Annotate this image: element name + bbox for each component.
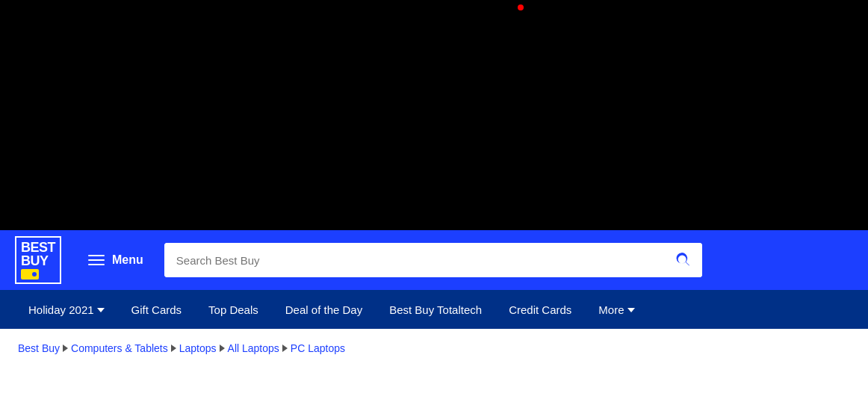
search-input[interactable] <box>164 243 665 277</box>
nav-label-credit-cards: Credit Cards <box>509 303 571 316</box>
breadcrumb-laptops[interactable]: Laptops <box>179 342 217 354</box>
nav-item-more[interactable]: More <box>585 290 648 329</box>
nav-label-more: More <box>598 303 624 316</box>
chevron-down-icon <box>97 308 105 312</box>
breadcrumb-pc-laptops[interactable]: PC Laptops <box>291 342 345 354</box>
nav-item-deal-of-the-day[interactable]: Deal of the Day <box>272 290 376 329</box>
search-bar <box>164 243 702 277</box>
site-header: BEST BUY Menu <box>0 230 868 290</box>
nav-label-deal-of-the-day: Deal of the Day <box>285 303 362 316</box>
nav-label-top-deals: Top Deals <box>208 303 258 316</box>
nav-label-gift-cards: Gift Cards <box>131 303 182 316</box>
breadcrumb-label-all-laptops: All Laptops <box>228 342 279 354</box>
breadcrumb-label-laptops: Laptops <box>179 342 217 354</box>
menu-label: Menu <box>112 253 143 267</box>
best-buy-logo[interactable]: BEST BUY <box>15 236 61 284</box>
nav-item-gift-cards[interactable]: Gift Cards <box>118 290 196 329</box>
menu-button[interactable]: Menu <box>79 247 152 273</box>
nav-item-holiday-2021[interactable]: Holiday 2021 <box>15 290 118 329</box>
nav-item-top-deals[interactable]: Top Deals <box>195 290 272 329</box>
breadcrumb-label-computers-tablets: Computers & Tablets <box>71 342 168 354</box>
breadcrumb-computers-tablets[interactable]: Computers & Tablets <box>71 342 168 354</box>
logo-text-buy: BUY <box>21 254 49 268</box>
logo-tag <box>21 269 39 280</box>
breadcrumb: Best Buy Computers & Tablets Laptops All… <box>0 329 868 368</box>
nav-item-credit-cards[interactable]: Credit Cards <box>495 290 585 329</box>
breadcrumb-separator-1 <box>63 345 68 352</box>
logo-text-best: BEST <box>21 241 55 254</box>
nav-label-holiday: Holiday 2021 <box>28 303 94 316</box>
hamburger-icon <box>88 255 105 265</box>
breadcrumb-best-buy[interactable]: Best Buy <box>18 342 60 354</box>
search-button[interactable] <box>665 243 702 277</box>
breadcrumb-separator-2 <box>171 345 176 352</box>
chevron-down-icon-more <box>627 308 635 312</box>
red-indicator-dot <box>518 4 524 10</box>
breadcrumb-label-best-buy: Best Buy <box>18 342 60 354</box>
navigation-bar: Holiday 2021 Gift Cards Top Deals Deal o… <box>0 290 868 329</box>
nav-label-totaltech: Best Buy Totaltech <box>389 303 482 316</box>
breadcrumb-separator-3 <box>220 345 225 352</box>
breadcrumb-label-pc-laptops: PC Laptops <box>291 342 345 354</box>
nav-item-totaltech[interactable]: Best Buy Totaltech <box>376 290 495 329</box>
breadcrumb-all-laptops[interactable]: All Laptops <box>228 342 279 354</box>
search-icon <box>675 252 692 268</box>
hero-banner <box>0 0 868 230</box>
breadcrumb-separator-4 <box>282 345 288 352</box>
